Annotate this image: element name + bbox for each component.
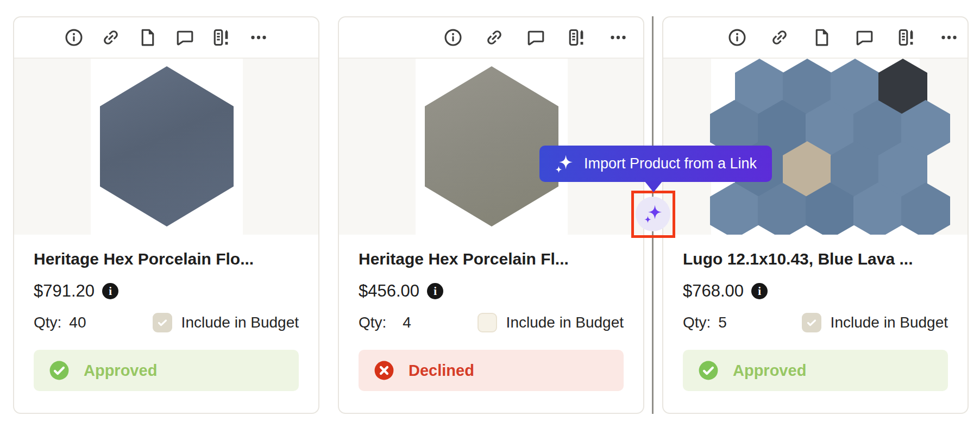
price-info-icon[interactable]: i [751, 283, 768, 299]
card-body: Lugo 12.1x10.43, Blue Lava ... $768.00 i… [663, 250, 968, 391]
product-cards-board: Heritage Hex Porcelain Flo... $791.20 i … [0, 0, 980, 428]
include-in-budget-checkbox[interactable] [478, 313, 497, 332]
specs-alert-icon[interactable] [897, 28, 916, 47]
include-in-budget-control[interactable]: Include in Budget [802, 313, 948, 332]
status-label: Declined [409, 362, 474, 380]
price-row: $791.20 i [34, 281, 299, 301]
include-in-budget-checkbox[interactable] [802, 313, 821, 332]
status-badge: Declined [359, 350, 624, 391]
product-price: $456.00 [359, 281, 419, 301]
declined-x-icon [374, 360, 394, 381]
approved-check-icon [698, 360, 719, 381]
link-icon[interactable] [485, 28, 504, 47]
price-row: $768.00 i [683, 281, 948, 301]
info-icon[interactable] [443, 28, 463, 47]
sparkle-icon [554, 154, 574, 174]
product-card-3: Lugo 12.1x10.43, Blue Lava ... $768.00 i… [662, 16, 969, 414]
document-icon[interactable] [812, 28, 832, 47]
qty-value: 4 [403, 314, 411, 331]
hexagon-tile [425, 66, 558, 226]
qty-label: Qty: [359, 314, 386, 331]
specs-alert-icon[interactable] [212, 28, 231, 47]
import-product-tooltip-label: Import Product from a Link [584, 155, 757, 172]
more-options-icon[interactable] [249, 28, 268, 47]
card-body: Heritage Hex Porcelain Flo... $791.20 i … [14, 250, 318, 391]
product-title: Heritage Hex Porcelain Flo... [34, 250, 299, 268]
qty-value: 40 [69, 314, 86, 331]
info-icon[interactable] [727, 28, 747, 47]
status-badge: Approved [683, 350, 948, 391]
link-icon[interactable] [101, 28, 121, 47]
specs-alert-icon[interactable] [567, 28, 587, 47]
price-row: $456.00 i [359, 281, 624, 301]
product-title: Heritage Hex Porcelain Fl... [359, 250, 624, 268]
card-toolbar [339, 17, 643, 59]
qty-row: Qty: 5 Include in Budget [683, 313, 948, 332]
qty-row: Qty: 4 Include in Budget [359, 313, 624, 332]
include-in-budget-control[interactable]: Include in Budget [478, 313, 624, 332]
include-in-budget-checkbox[interactable] [153, 313, 172, 332]
include-in-budget-label: Include in Budget [506, 314, 624, 331]
product-photo[interactable] [91, 59, 243, 235]
product-price: $768.00 [683, 281, 744, 301]
more-options-icon[interactable] [608, 28, 628, 47]
status-label: Approved [84, 362, 157, 380]
include-in-budget-control[interactable]: Include in Budget [153, 313, 299, 332]
status-badge: Approved [34, 350, 299, 391]
document-icon[interactable] [138, 28, 158, 47]
tooltip-arrow [644, 181, 663, 192]
product-price: $791.20 [34, 281, 95, 301]
price-info-icon[interactable]: i [427, 283, 443, 299]
approved-check-icon [49, 360, 70, 381]
product-title: Lugo 12.1x10.43, Blue Lava ... [683, 250, 948, 268]
card-toolbar [14, 17, 318, 59]
hexagon-tile [100, 66, 234, 226]
product-image-section [14, 59, 318, 235]
qty-label: Qty: [34, 314, 61, 331]
link-icon[interactable] [770, 28, 789, 47]
card-body: Heritage Hex Porcelain Fl... $456.00 i Q… [339, 250, 643, 391]
highlight-annotation-box [631, 191, 675, 238]
import-product-tooltip: Import Product from a Link [539, 146, 772, 182]
include-in-budget-label: Include in Budget [181, 314, 299, 331]
qty-value: 5 [718, 314, 727, 331]
include-in-budget-label: Include in Budget [831, 314, 948, 331]
comment-icon[interactable] [855, 28, 874, 47]
status-label: Approved [733, 362, 806, 380]
qty-label: Qty: [683, 314, 711, 331]
price-info-icon[interactable]: i [102, 283, 118, 299]
comment-icon[interactable] [526, 28, 545, 47]
product-card-1: Heritage Hex Porcelain Flo... $791.20 i … [13, 16, 319, 414]
info-icon[interactable] [64, 28, 84, 47]
product-card-2: Heritage Hex Porcelain Fl... $456.00 i Q… [338, 16, 644, 414]
qty-row: Qty: 40 Include in Budget [34, 313, 299, 332]
more-options-icon[interactable] [939, 28, 959, 47]
card-toolbar [663, 17, 968, 59]
comment-icon[interactable] [175, 28, 194, 47]
